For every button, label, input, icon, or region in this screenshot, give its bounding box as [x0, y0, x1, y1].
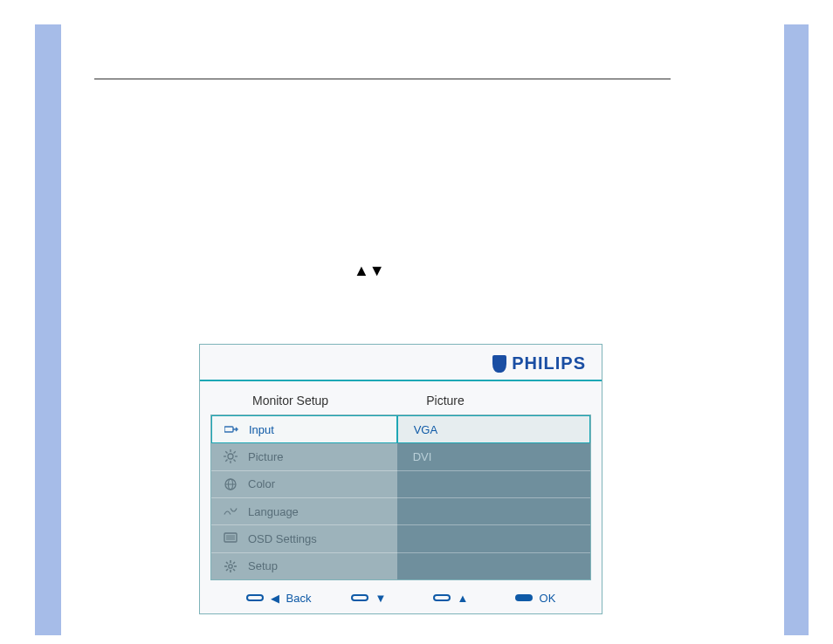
brightness-icon [224, 449, 238, 463]
osd-panel: PHILIPS Monitor Setup Picture Input Pict… [199, 344, 602, 614]
chevron-down-icon: ▼ [375, 592, 387, 605]
svg-rect-14 [226, 535, 235, 540]
menu-item-label: OSD Settings [248, 532, 317, 545]
osd-footer: ◀ Back ▼ ▲ OK [200, 582, 602, 613]
menu-right-column: VGA DVI [397, 415, 590, 579]
screen-icon [224, 531, 238, 545]
svg-line-6 [225, 452, 227, 454]
menu-item-label: Picture [248, 450, 283, 463]
svg-line-7 [234, 460, 236, 462]
brand-text: PHILIPS [512, 353, 586, 373]
pill-icon [433, 594, 451, 601]
divider-line [94, 79, 671, 79]
column-headers: Monitor Setup Picture [200, 388, 602, 413]
svg-line-8 [225, 460, 227, 462]
page-side-strip-right [784, 24, 809, 635]
menu-left-column: Input Picture Color Language [211, 415, 397, 579]
header-left: Monitor Setup [200, 388, 409, 413]
submenu-item-label: DVI [413, 450, 432, 463]
pill-icon [246, 594, 264, 601]
submenu-item-vga[interactable]: VGA [397, 415, 590, 443]
brand-shield-icon [492, 355, 506, 373]
content-area [94, 52, 671, 79]
svg-rect-0 [224, 427, 233, 432]
submenu-item-empty [397, 471, 590, 498]
pill-icon [351, 594, 368, 601]
menu-item-color[interactable]: Color [211, 471, 397, 498]
menu-item-input[interactable]: Input [211, 415, 397, 443]
globe-icon [224, 477, 238, 491]
menu-block: Input Picture Color Language [210, 414, 591, 580]
back-label: Back [286, 592, 312, 605]
submenu-item-label: VGA [414, 423, 437, 436]
up-button[interactable]: ▲ [433, 592, 476, 605]
pill-icon [515, 594, 533, 601]
menu-item-picture[interactable]: Picture [211, 443, 397, 470]
submenu-item-empty [397, 525, 590, 552]
chevron-up-icon: ▲ [458, 592, 469, 605]
menu-item-setup[interactable]: Setup [211, 553, 397, 579]
svg-line-20 [226, 562, 228, 564]
ok-button[interactable]: OK [515, 592, 556, 605]
menu-item-language[interactable]: Language [211, 498, 397, 525]
back-button[interactable]: ◀ Back [246, 592, 312, 605]
brand-underline [200, 380, 602, 381]
svg-line-23 [233, 562, 235, 564]
ok-label: OK [540, 592, 556, 605]
page-side-strip-left [35, 24, 61, 635]
input-icon [224, 422, 238, 436]
menu-item-label: Setup [248, 559, 278, 572]
header-right: Picture [409, 388, 602, 413]
svg-point-1 [228, 454, 233, 459]
menu-item-osd-settings[interactable]: OSD Settings [211, 525, 397, 552]
svg-line-21 [233, 569, 235, 571]
gear-icon [224, 559, 238, 573]
svg-line-22 [226, 569, 228, 571]
menu-item-label: Color [248, 477, 275, 490]
chevron-left-icon: ◀ [271, 592, 279, 605]
inline-up-down-arrows: ▲▼ [354, 262, 385, 280]
submenu-item-empty [397, 498, 590, 525]
menu-item-label: Input [249, 423, 274, 436]
svg-line-9 [234, 452, 236, 454]
submenu-item-empty [397, 553, 590, 579]
language-icon [224, 504, 238, 518]
svg-point-15 [229, 565, 232, 568]
brand-logo: PHILIPS [492, 353, 586, 373]
menu-item-label: Language [248, 505, 299, 518]
down-button[interactable]: ▼ [351, 592, 394, 605]
submenu-item-dvi[interactable]: DVI [397, 443, 590, 470]
